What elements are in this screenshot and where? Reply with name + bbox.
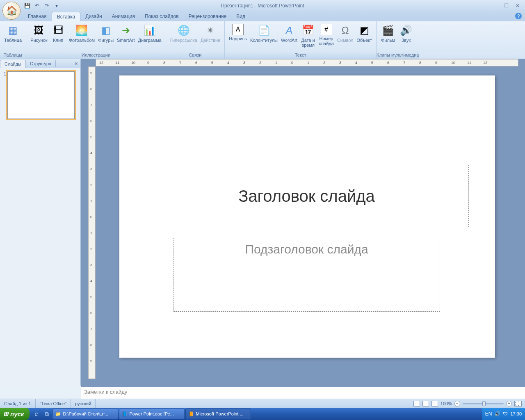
ribbon-tab-вид[interactable]: Вид	[231, 12, 250, 21]
ribbon-tab-показ слайдов[interactable]: Показ слайдов	[140, 12, 184, 21]
ribbon-надпись-button[interactable]: AНадпись	[227, 23, 249, 52]
subtitle-placeholder[interactable]: Подзаголовок слайда	[173, 238, 440, 312]
editor-area: 1211109876543210123456789101112 98765432…	[81, 59, 525, 386]
ribbon-wordart-button[interactable]: AWordArt	[279, 23, 299, 52]
quick-access-toolbar: 💾 ↶ ↷ ▾	[23, 0, 61, 11]
tray-lang[interactable]: EN	[485, 411, 492, 417]
minimize-button[interactable]: —	[491, 2, 499, 9]
tray-volume-icon[interactable]: 🔊	[494, 411, 500, 417]
title-placeholder-text: Заголовок слайда	[238, 187, 375, 205]
help-button[interactable]: ?	[515, 13, 522, 19]
таблица-icon: ▦	[7, 24, 20, 37]
system-tray: EN 🔊 🛡 17:30	[482, 408, 525, 420]
ribbon-group-label: Таблицы	[0, 52, 26, 59]
ribbon-фигуры-button[interactable]: ◧Фигуры	[96, 23, 115, 52]
redo-icon[interactable]: ↷	[43, 2, 51, 10]
ribbon-номер-button[interactable]: #Номер слайда	[317, 23, 336, 52]
close-button[interactable]: ✕	[514, 2, 522, 9]
ribbon-клип-button[interactable]: 🎞Клип	[49, 23, 67, 52]
ribbon-гиперссылка-button: 🌐Гиперссылка	[169, 23, 199, 52]
звук-icon: 🔊	[399, 24, 413, 37]
fit-view-button[interactable]: ⛶	[514, 401, 522, 406]
taskbar-item[interactable]: 📙Microsoft PowerPoint ...	[185, 409, 251, 419]
ribbon-tab-главная[interactable]: Главная	[23, 12, 52, 21]
slideshow-view-button[interactable]	[431, 401, 438, 406]
гиперссылка-icon: 🌐	[177, 24, 190, 37]
desktop-icon[interactable]: ⧉	[42, 409, 52, 419]
pane-close-icon[interactable]: ✕	[74, 61, 78, 66]
vertical-ruler[interactable]: 9876543210123456789	[88, 66, 96, 379]
slide-thumbnail[interactable]: 1	[2, 71, 79, 119]
колонтитулы-icon: 📄	[258, 24, 271, 37]
taskbar: ⊞пуск e ⧉ 📁D:\Рабочий Стол\шт...📘Power P…	[0, 408, 525, 420]
символ-icon: Ω	[339, 24, 352, 37]
undo-icon[interactable]: ↶	[33, 2, 41, 10]
ie-icon[interactable]: e	[31, 409, 41, 419]
zoom-slider-thumb[interactable]	[482, 401, 486, 406]
ribbon-group-label: Текст	[225, 52, 376, 59]
taskbar-item[interactable]: 📁D:\Рабочий Стол\шт...	[52, 409, 118, 419]
надпись-icon: A	[232, 24, 244, 35]
office-button[interactable]: 🏠	[2, 2, 21, 20]
zoom-out-button[interactable]: −	[454, 401, 460, 406]
wordart-icon: A	[283, 24, 296, 37]
ribbon-символ-button: ΩСимвол	[336, 23, 355, 52]
zoom-in-button[interactable]: +	[506, 401, 512, 406]
ribbon-диаграмма-button[interactable]: 📊Диаграмма	[137, 23, 163, 52]
ribbon-фильм-button[interactable]: 🎬Фильм	[379, 23, 397, 52]
subtitle-placeholder-text: Подзаголовок слайда	[245, 242, 368, 256]
normal-view-button[interactable]	[413, 401, 420, 406]
фотоальбом-icon: 🌅	[75, 24, 88, 37]
tab-outline[interactable]: Структура	[26, 60, 56, 67]
taskbar-item[interactable]: 📘Power Point.doc [Ре...	[119, 409, 185, 419]
qat-dropdown-icon[interactable]: ▾	[52, 2, 61, 10]
ribbon-колонтитулы-button[interactable]: 📄Колонтитулы	[249, 23, 279, 52]
status-language[interactable]: русский	[71, 399, 96, 408]
tray-clock[interactable]: 17:30	[510, 411, 522, 416]
ribbon-tab-вставка[interactable]: Вставка	[52, 12, 81, 21]
sorter-view-button[interactable]	[422, 401, 429, 406]
клип-icon: 🎞	[52, 24, 65, 37]
tab-slides[interactable]: Слайды	[0, 60, 26, 68]
ribbon-group-label: Клипы мультимедиа	[377, 52, 419, 59]
status-theme: "Тема Office"	[36, 399, 71, 408]
tray-shield-icon[interactable]: 🛡	[503, 411, 508, 417]
status-bar: Слайд 1 из 1 "Тема Office" русский 100% …	[0, 399, 525, 408]
дата и-icon: 📅	[301, 24, 315, 37]
smartart-icon: ➜	[119, 24, 132, 37]
ribbon-фотоальбом-button[interactable]: 🌅Фотоальбом	[67, 23, 97, 52]
ribbon-объект-button[interactable]: ◩Объект	[355, 23, 374, 52]
ribbon-group-label: Связи	[166, 52, 225, 59]
ribbon-tab-анимация[interactable]: Анимация	[107, 12, 140, 21]
ribbon: ▦ТаблицаТаблицы🖼Рисунок🎞Клип🌅Фотоальбом◧…	[0, 21, 525, 59]
maximize-button[interactable]: ❐	[502, 2, 510, 9]
start-flag-icon: ⊞	[3, 410, 9, 418]
ribbon-дата и-button[interactable]: 📅Дата и время	[299, 23, 317, 52]
ribbon-tab-дизайн[interactable]: Дизайн	[80, 12, 107, 21]
ribbon-действие-button: ✴Действие	[199, 23, 222, 52]
рисунок-icon: 🖼	[32, 24, 46, 37]
действие-icon: ✴	[204, 24, 217, 37]
ribbon-рисунок-button[interactable]: 🖼Рисунок	[29, 23, 49, 52]
title-placeholder[interactable]: Заголовок слайда	[145, 165, 469, 227]
start-button[interactable]: ⊞пуск	[0, 408, 30, 420]
thumbnail-number: 1	[2, 71, 7, 119]
title-bar: 🏠 💾 ↶ ↷ ▾ Презентация1 - Microsoft Power…	[0, 0, 525, 11]
ribbon-smartart-button[interactable]: ➜SmartArt	[115, 23, 136, 52]
slide[interactable]: Заголовок слайда Подзаголовок слайда	[119, 75, 495, 358]
фигуры-icon: ◧	[99, 24, 112, 37]
zoom-slider[interactable]	[463, 403, 504, 404]
объект-icon: ◩	[358, 24, 371, 37]
ribbon-tab-рецензирование[interactable]: Рецензирование	[184, 12, 232, 21]
thumbnail-preview	[7, 71, 75, 119]
ribbon-звук-button[interactable]: 🔊Звук	[397, 23, 415, 52]
ribbon-group-label: Иллюстрации	[26, 52, 166, 59]
horizontal-ruler[interactable]: 1211109876543210123456789101112	[96, 59, 518, 66]
ribbon-таблица-button[interactable]: ▦Таблица	[2, 23, 23, 52]
ribbon-tabs: ГлавнаяВставкаДизайнАнимацияПоказ слайдо…	[0, 11, 525, 21]
save-icon[interactable]: 💾	[23, 2, 31, 10]
номер-icon: #	[321, 24, 332, 35]
диаграмма-icon: 📊	[143, 24, 156, 37]
slide-canvas[interactable]: Заголовок слайда Подзаголовок слайда	[96, 66, 518, 379]
status-slide-info: Слайд 1 из 1	[0, 399, 36, 408]
